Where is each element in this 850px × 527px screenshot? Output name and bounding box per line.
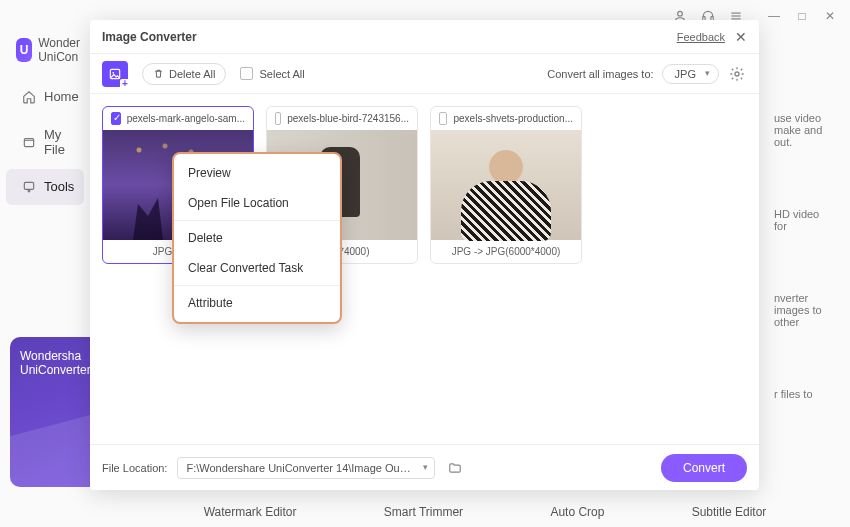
svg-point-11: [735, 72, 739, 76]
settings-icon[interactable]: [727, 64, 747, 84]
background-hints: use video make and out. HD video for nve…: [774, 112, 834, 460]
thumb-checkbox[interactable]: [111, 112, 121, 125]
modal-footer: File Location: F:\Wondershare UniConvert…: [90, 444, 759, 490]
brand-icon: U: [16, 38, 32, 62]
bottom-tools: Watermark Editor Smart Trimmer Auto Crop…: [160, 505, 810, 519]
tool-autocrop[interactable]: Auto Crop: [550, 505, 604, 519]
delete-all-label: Delete All: [169, 68, 215, 80]
home-icon: [22, 89, 36, 105]
tool-subtitle[interactable]: Subtitle Editor: [692, 505, 767, 519]
context-menu: Preview Open File Location Delete Clear …: [172, 152, 342, 324]
modal-header: Image Converter Feedback ✕: [90, 20, 759, 54]
trash-icon: [153, 68, 164, 79]
maximize-icon[interactable]: □: [794, 8, 810, 24]
nav-item-tools[interactable]: Tools: [6, 169, 84, 205]
close-icon[interactable]: ✕: [822, 8, 838, 24]
convert-to-label: Convert all images to:: [547, 68, 653, 80]
modal-toolbar: Delete All Select All Convert all images…: [90, 54, 759, 94]
thumb-checkbox[interactable]: [439, 112, 447, 125]
svg-point-10: [112, 71, 114, 73]
format-select[interactable]: JPG: [662, 64, 719, 84]
file-location-select[interactable]: F:\Wondershare UniConverter 14\Image Out…: [177, 457, 435, 479]
brand: U Wonder UniCon: [0, 32, 90, 77]
nav-label: Home: [44, 89, 79, 104]
thumb-image[interactable]: [431, 130, 581, 240]
format-value: JPG: [675, 68, 696, 80]
nav-label: My File: [44, 127, 68, 157]
ctx-separator: [174, 285, 340, 286]
files-icon: [22, 134, 36, 150]
window-controls: — □ ✕: [766, 8, 838, 24]
hint-text: nverter images to other: [774, 292, 834, 328]
open-folder-icon[interactable]: [445, 459, 465, 477]
convert-button[interactable]: Convert: [661, 454, 747, 482]
hint-text: r files to: [774, 388, 834, 400]
thumb-header: pexels-mark-angelo-sam...: [103, 107, 253, 130]
thumb-filename: pexels-mark-angelo-sam...: [127, 113, 245, 124]
svg-rect-7: [24, 182, 33, 189]
file-location-label: File Location:: [102, 462, 167, 474]
tool-trimmer[interactable]: Smart Trimmer: [384, 505, 463, 519]
minimize-icon[interactable]: —: [766, 8, 782, 24]
nav-item-files[interactable]: My File: [6, 117, 84, 167]
ctx-separator: [174, 220, 340, 221]
nav-label: Tools: [44, 179, 74, 194]
thumb-header: pexels-shvets-production...: [431, 107, 581, 130]
modal-title: Image Converter: [102, 30, 197, 44]
select-all-toggle[interactable]: Select All: [240, 67, 304, 80]
nav-item-home[interactable]: Home: [6, 79, 84, 115]
thumbnail-card[interactable]: pexels-shvets-production... JPG -> JPG(6…: [430, 106, 582, 264]
tools-icon: [22, 179, 36, 195]
select-all-checkbox[interactable]: [240, 67, 253, 80]
hint-text: HD video for: [774, 208, 834, 232]
ctx-preview[interactable]: Preview: [174, 158, 340, 188]
convert-to-group: Convert all images to: JPG: [547, 64, 747, 84]
file-location-value: F:\Wondershare UniConverter 14\Image Out…: [186, 462, 418, 474]
brand-text: Wonder UniCon: [38, 36, 80, 65]
thumb-checkbox; unchecked[interactable]: [275, 112, 281, 125]
main-window: — □ ✕ U Wonder UniCon Home My File: [0, 0, 850, 527]
thumb-footer: JPG -> JPG(6000*4000): [431, 240, 581, 263]
brand-line1: Wonder: [38, 36, 80, 50]
ctx-attribute[interactable]: Attribute: [174, 288, 340, 318]
delete-all-button[interactable]: Delete All: [142, 63, 226, 85]
brand-line2: UniCon: [38, 50, 80, 64]
image-icon: [108, 67, 122, 81]
add-image-button[interactable]: [102, 61, 128, 87]
tool-watermark[interactable]: Watermark Editor: [204, 505, 297, 519]
modal-close-icon[interactable]: ✕: [735, 29, 747, 45]
svg-point-0: [678, 11, 683, 16]
thumb-header: pexels-blue-bird-7243156...: [267, 107, 417, 130]
nav: Home My File Tools: [0, 79, 90, 205]
ctx-delete[interactable]: Delete: [174, 223, 340, 253]
svg-point-8: [28, 190, 30, 192]
feedback-link[interactable]: Feedback: [677, 31, 725, 43]
thumb-filename: pexels-blue-bird-7243156...: [287, 113, 409, 124]
thumb-filename: pexels-shvets-production...: [453, 113, 573, 124]
ctx-open-location[interactable]: Open File Location: [174, 188, 340, 218]
select-all-label: Select All: [259, 68, 304, 80]
ctx-clear-converted[interactable]: Clear Converted Task: [174, 253, 340, 283]
hint-text: use video make and out.: [774, 112, 834, 148]
